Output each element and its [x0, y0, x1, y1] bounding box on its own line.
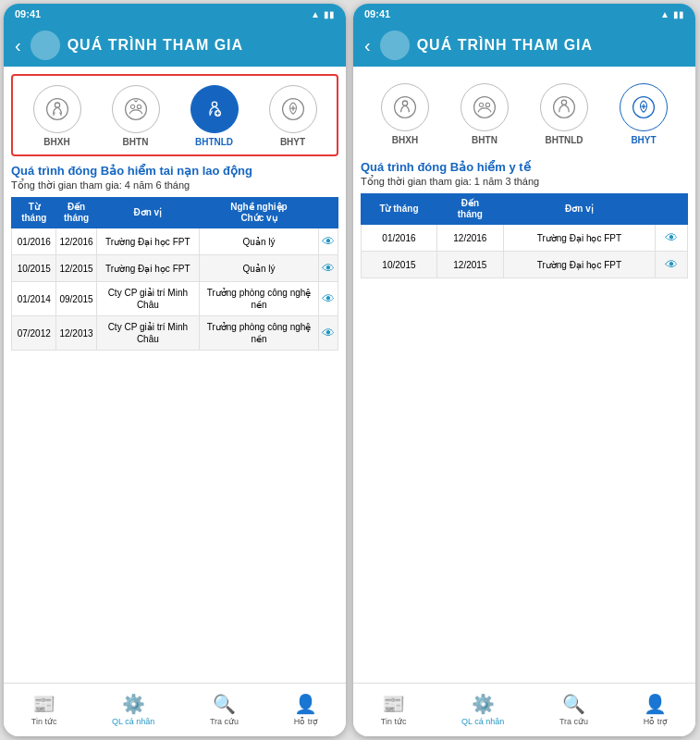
col-from-2: Từ tháng [362, 194, 437, 225]
status-bar-1: 09:41 ▲ ▮▮ [4, 4, 346, 24]
eye-icon[interactable]: 👁 [322, 291, 335, 306]
bhyt-icon-2 [620, 83, 668, 131]
tab-bhtn-2[interactable]: BHTN [461, 83, 509, 145]
cell-from: 01/2014 [12, 282, 56, 316]
cell-unit: Trường Đại học FPT [503, 252, 655, 278]
nav-tracuu-2[interactable]: 🔍 Tra cứu [559, 693, 588, 726]
bhxh-label-1: BHXH [43, 137, 69, 147]
nav-hotro-1[interactable]: 👤 Hỗ trợ [294, 693, 319, 726]
cell-to: 12/2016 [436, 225, 503, 252]
tracuu-icon-2: 🔍 [562, 693, 585, 715]
col-to-1: Đếntháng [56, 198, 96, 228]
wifi-icon-2: ▲ [660, 9, 669, 19]
section-title-1: Quá trình đóng Bảo hiểm tai nạn lao động [11, 164, 338, 178]
tab-icons-2: BHXH BHTN [361, 74, 688, 153]
battery-icon-2: ▮▮ [673, 9, 684, 19]
nav-tintuc-2[interactable]: 📰 Tin tức [381, 693, 407, 726]
content-1: Quá trình đóng Bảo hiểm tai nạn lao động… [4, 164, 346, 683]
svg-point-12 [479, 103, 483, 106]
hotro-icon-2: 👤 [644, 693, 667, 715]
cell-job: Trưởng phòng công nghệ nền [200, 316, 319, 351]
cell-job: Quản lý [200, 255, 319, 282]
cell-job: Trưởng phòng công nghệ nền [200, 282, 319, 316]
qlcanhan-icon-1: ⚙️ [122, 693, 145, 715]
bhtn-icon-1 [112, 85, 160, 133]
table-row: 10/2015 12/2015 Trường Đại học FPT 👁 [362, 252, 688, 278]
col-from-1: Từ tháng [12, 198, 56, 228]
back-button-2[interactable]: ‹ [364, 35, 371, 56]
status-time-1: 09:41 [15, 8, 41, 19]
table-1: Từ tháng Đếntháng Đơn vị Nghề nghiệpChức… [11, 197, 338, 351]
tab-bhtnld-2[interactable]: BHTNLD [540, 83, 588, 145]
tab-bhxh-1[interactable]: BHXH [33, 85, 81, 147]
cell-eye[interactable]: 👁 [318, 282, 338, 316]
bhyt-icon-1 [269, 85, 317, 133]
header-1: ‹ QUÁ TRÌNH THAM GIA [4, 24, 346, 67]
svg-point-15 [561, 100, 566, 105]
status-icons-2: ▲ ▮▮ [660, 9, 684, 19]
cell-from: 01/2016 [362, 225, 437, 252]
eye-icon[interactable]: 👁 [322, 234, 335, 249]
cell-eye[interactable]: 👁 [318, 255, 338, 282]
eye-icon[interactable]: 👁 [665, 230, 678, 245]
cell-eye[interactable]: 👁 [655, 252, 687, 278]
cell-eye[interactable]: 👁 [318, 316, 338, 351]
avatar-2 [380, 31, 410, 60]
section-subtitle-1: Tổng thời gian tham gia: 4 năm 6 tháng [11, 179, 338, 191]
bhtnld-label-2: BHTNLD [545, 135, 583, 145]
tab-bhtnld-1[interactable]: BHTNLD [190, 85, 239, 147]
eye-icon[interactable]: 👁 [665, 257, 678, 272]
hotro-label-2: Hỗ trợ [644, 717, 669, 726]
cell-from: 01/2016 [12, 228, 56, 255]
hotro-label-1: Hỗ trợ [294, 717, 319, 726]
nav-qlcanhan-2[interactable]: ⚙️ QL cá nhân [461, 693, 504, 726]
svg-point-9 [395, 97, 416, 118]
tracuu-label-2: Tra cứu [559, 717, 588, 726]
tracuu-label-1: Tra cứu [210, 717, 239, 726]
tab-bhyt-2[interactable]: BHYT [620, 83, 668, 145]
svg-point-13 [485, 103, 489, 106]
tab-icons-1: BHXH BHTN [11, 74, 338, 156]
svg-point-1 [55, 103, 59, 107]
back-button-1[interactable]: ‹ [15, 35, 21, 56]
cell-to: 12/2015 [56, 255, 96, 282]
bhxh-label-2: BHXH [392, 135, 418, 145]
cell-from: 10/2015 [12, 255, 56, 282]
cell-unit: Trường Đại học FPT [96, 228, 199, 255]
tab-bhtn-1[interactable]: BHTN [112, 85, 160, 147]
cell-unit: Trường Đại học FPT [503, 225, 655, 252]
bottom-nav-1: 📰 Tin tức ⚙️ QL cá nhân 🔍 Tra cứu 👤 Hỗ t… [4, 683, 346, 736]
bhtn-label-2: BHTN [472, 135, 497, 145]
qlcanhan-icon-2: ⚙️ [472, 693, 495, 715]
eye-icon[interactable]: 👁 [322, 326, 335, 340]
nav-tracuu-1[interactable]: 🔍 Tra cứu [210, 693, 239, 726]
table-row: 01/2016 12/2016 Trường Đại học FPT 👁 [362, 225, 688, 252]
qlcanhan-label-2: QL cá nhân [461, 717, 504, 726]
cell-from: 10/2015 [362, 252, 437, 278]
bottom-nav-2: 📰 Tin tức ⚙️ QL cá nhân 🔍 Tra cứu 👤 Hỗ t… [353, 683, 695, 736]
table-row: 10/2015 12/2015 Trường Đại học FPT Quản … [12, 255, 338, 282]
bhtn-icon-2 [461, 83, 509, 131]
cell-from: 07/2012 [12, 316, 56, 351]
bhtnld-icon-1 [190, 85, 239, 133]
section-title-2: Quá trình đóng Bảo hiểm y tế [361, 160, 688, 174]
tab-bhyt-1[interactable]: BHYT [269, 85, 317, 147]
bhtnld-label-1: BHTNLD [195, 137, 233, 147]
cell-eye[interactable]: 👁 [655, 225, 687, 252]
tintuc-icon-2: 📰 [382, 693, 405, 715]
nav-qlcanhan-1[interactable]: ⚙️ QL cá nhân [112, 693, 154, 726]
col-to-2: Đếntháng [436, 194, 503, 225]
col-unit-2: Đơn vị [503, 194, 655, 225]
phone-2: 09:41 ▲ ▮▮ ‹ QUÁ TRÌNH THAM GIA [353, 4, 695, 736]
hotro-icon-1: 👤 [294, 693, 317, 715]
header-title-1: QUÁ TRÌNH THAM GIA [68, 37, 243, 54]
cell-eye[interactable]: 👁 [318, 228, 338, 255]
cell-job: Quản lý [200, 228, 319, 255]
nav-hotro-2[interactable]: 👤 Hỗ trợ [644, 693, 669, 726]
nav-tintuc-1[interactable]: 📰 Tin tức [31, 693, 57, 726]
eye-icon[interactable]: 👁 [322, 261, 335, 276]
qlcanhan-label-1: QL cá nhân [112, 717, 154, 726]
cell-to: 09/2015 [56, 282, 96, 316]
bhxh-icon-1 [33, 85, 81, 133]
tab-bhxh-2[interactable]: BHXH [381, 83, 429, 145]
